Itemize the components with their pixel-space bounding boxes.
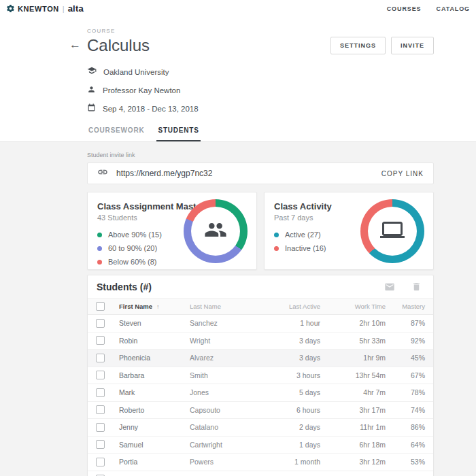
table-row[interactable]: Caleb Adams 4 days 5hr 47m 79%: [88, 471, 433, 476]
cell-mastery: 45%: [386, 354, 425, 362]
legend-dot-green: [97, 233, 102, 237]
row-checkbox[interactable]: [96, 319, 105, 328]
course-eyebrow: COURSE: [87, 28, 434, 34]
col-work-time[interactable]: Work Time: [320, 303, 386, 310]
person-icon: [87, 84, 96, 97]
university-name: Oakland University: [103, 68, 169, 76]
cell-work-time: 3hr 17m: [320, 406, 386, 414]
col-last-active[interactable]: Last Active: [255, 303, 320, 310]
cell-first-name: Robin: [119, 337, 190, 345]
cell-first-name: Mark: [119, 388, 190, 396]
row-checkbox[interactable]: [96, 371, 105, 379]
activity-card: Class Activity Past 7 days Active (27) I…: [264, 192, 434, 270]
invite-link-label: Student invite link: [87, 152, 434, 158]
cell-mastery: 87%: [386, 319, 425, 327]
row-checkbox[interactable]: [96, 405, 105, 414]
table-row[interactable]: Samuel Cartwright 1 days 6hr 18m 64%: [88, 437, 433, 454]
cell-first-name: Phoenicia: [119, 354, 190, 362]
copy-link-button[interactable]: COPY LINK: [381, 170, 424, 177]
tab-coursework[interactable]: COURSEWORK: [87, 126, 146, 141]
cell-last-name: Cartwright: [190, 441, 255, 449]
table-row[interactable]: Steven Sanchez 1 hour 2hr 10m 87%: [88, 315, 433, 333]
course-university-row: Oakland University: [87, 66, 434, 78]
students-panel-title: Students (#): [97, 282, 152, 292]
mastery-card: Class Assignment Mastery 43 Students Abo…: [87, 192, 257, 270]
table-row[interactable]: Mark Jones 5 days 4hr 7m 78%: [88, 384, 433, 402]
nav-courses[interactable]: COURSES: [387, 5, 422, 12]
brand-sub: alta: [68, 3, 84, 14]
row-checkbox[interactable]: [96, 388, 105, 397]
cell-first-name: Barbara: [119, 371, 190, 379]
row-checkbox[interactable]: [96, 336, 105, 345]
cell-first-name: Roberto: [119, 406, 190, 414]
select-all-checkbox[interactable]: [96, 302, 105, 311]
table-row[interactable]: Phoenicia Alvarez 3 days 1hr 9m 45%: [88, 350, 433, 367]
settings-button[interactable]: SETTINGS: [330, 37, 386, 54]
trash-icon[interactable]: [411, 282, 422, 292]
table-row[interactable]: Portia Powers 1 month 3hr 12m 53%: [88, 454, 433, 471]
cell-first-name: Samuel: [119, 441, 190, 449]
legend-dot-teal: [274, 233, 279, 237]
mail-icon[interactable]: [384, 282, 395, 292]
legend-label: Below 60% (8): [108, 258, 157, 266]
cell-last-active: 6 hours: [255, 406, 320, 414]
cell-work-time: 1hr 9m: [320, 354, 386, 362]
cell-first-name: Steven: [119, 319, 190, 327]
cell-last-name: Sanchez: [190, 319, 255, 327]
cell-last-active: 1 month: [255, 458, 320, 466]
course-dates-row: Sep 4, 2018 - Dec 13, 2018: [87, 103, 434, 115]
table-body: Steven Sanchez 1 hour 2hr 10m 87% Robin …: [88, 315, 433, 476]
col-mastery[interactable]: Mastery: [386, 303, 425, 310]
row-checkbox[interactable]: [96, 458, 105, 466]
cell-last-active: 2 days: [255, 423, 320, 431]
cell-last-active: 1 days: [255, 441, 320, 449]
row-checkbox[interactable]: [96, 423, 105, 432]
table-row[interactable]: Jenny Catalano 2 days 11hr 1m 86%: [88, 419, 433, 437]
cell-work-time: 11hr 1m: [320, 423, 386, 431]
cell-mastery: 86%: [386, 423, 425, 431]
tab-students[interactable]: STUDENTS: [156, 126, 200, 141]
invite-button[interactable]: INVITE: [391, 37, 434, 54]
table-row[interactable]: Roberto Capsouto 6 hours 3hr 17m 74%: [88, 402, 433, 420]
page-title: Calculus: [87, 36, 150, 55]
top-nav: COURSES CATALOG: [387, 5, 470, 12]
legend-label: Above 90% (15): [108, 231, 162, 239]
table-row[interactable]: Barbara Smith 3 hours 13hr 54m 67%: [88, 367, 433, 385]
course-meta: Oakland University Professor Kay Newton …: [87, 66, 434, 115]
link-icon: [97, 167, 108, 180]
calendar-icon: [87, 103, 96, 115]
table-row[interactable]: Robin Wright 3 days 5hr 33m 92%: [88, 333, 433, 350]
cell-last-name: Alvarez: [190, 354, 255, 362]
cell-work-time: 13hr 54m: [320, 371, 386, 379]
cell-mastery: 92%: [386, 337, 425, 345]
cell-last-active: 3 days: [255, 354, 320, 362]
laptop-icon: [380, 218, 405, 245]
cell-mastery: 64%: [386, 441, 425, 449]
top-bar: KNEWTON | alta COURSES CATALOG: [0, 0, 476, 17]
cell-last-name: Powers: [190, 458, 255, 466]
col-first-name[interactable]: First Name ↑: [119, 303, 190, 310]
cell-mastery: 74%: [386, 406, 425, 414]
legend-label: 60 to 90% (20): [108, 244, 157, 252]
people-icon: [204, 218, 227, 244]
course-tabs: COURSEWORK STUDENTS: [87, 126, 434, 141]
row-checkbox[interactable]: [96, 440, 105, 449]
students-panel: Students (#): [87, 275, 434, 476]
cell-work-time: 2hr 10m: [320, 319, 386, 327]
sort-ascending-icon[interactable]: ↑: [156, 303, 160, 310]
school-icon: [87, 66, 97, 78]
cell-last-name: Capsouto: [190, 406, 255, 414]
invite-url: https://knerd.me/ygp7nc32: [116, 169, 212, 178]
course-header-section: COURSE ← Calculus SETTINGS INVITE Oaklan…: [0, 17, 476, 142]
table-header-row: First Name ↑ Last Name Last Active Work …: [88, 298, 433, 315]
cell-last-name: Smith: [190, 371, 255, 379]
legend-dot-purple: [97, 246, 102, 251]
cell-last-active: 3 days: [255, 337, 320, 345]
back-arrow-icon[interactable]: ←: [69, 39, 81, 50]
col-last-name[interactable]: Last Name: [190, 303, 255, 310]
professor-name: Professor Kay Newton: [103, 86, 180, 95]
nav-catalog[interactable]: CATALOG: [437, 5, 470, 12]
knewton-alta-logo[interactable]: KNEWTON | alta: [6, 3, 84, 14]
row-checkbox[interactable]: [96, 354, 105, 362]
legend-dot-red: [97, 260, 102, 265]
